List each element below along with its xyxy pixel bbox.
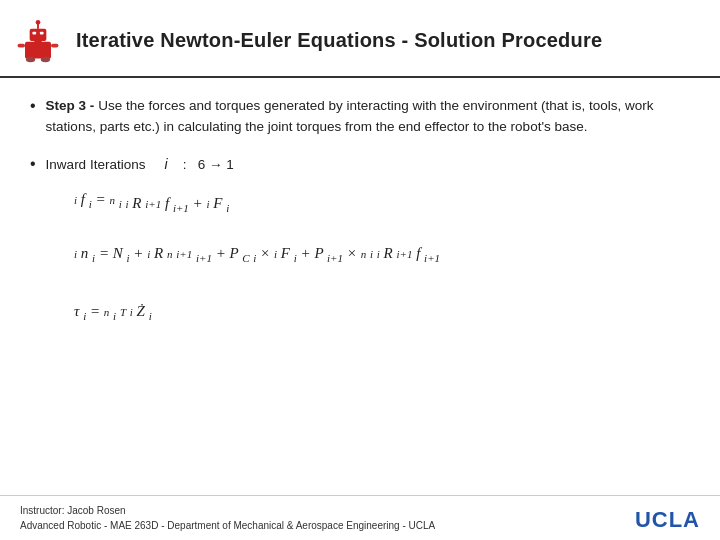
content-area: • Step 3 - Use the forces and torques ge… — [0, 78, 720, 495]
svg-rect-0 — [25, 42, 51, 59]
bullet-2-text: Inward Iterations i : 6 → 1 — [46, 154, 234, 176]
svg-rect-2 — [34, 40, 41, 44]
formula-1-svg: i f i = n i i R i+1 f — [74, 184, 394, 220]
svg-rect-1 — [30, 29, 47, 41]
math-range: 6 → 1 — [198, 157, 234, 172]
bullet-2-dot: • — [30, 155, 36, 173]
svg-rect-9 — [18, 44, 25, 48]
svg-rect-4 — [40, 32, 44, 35]
svg-text:i
            n
            i
: i n i = N i + i R n i+1 i+1 + — [74, 245, 440, 265]
footer: Instructor: Jacob Rosen Advanced Robotic… — [0, 495, 720, 540]
bullet-1-dot: • — [30, 97, 36, 115]
step3-label: Step 3 - — [46, 98, 95, 113]
svg-rect-10 — [51, 44, 58, 48]
slide-title: Iterative Newton-Euler Equations - Solut… — [76, 29, 602, 52]
formula-3: τ i = n i T i Ż i — [74, 292, 690, 334]
formula-1: i f i = n i i R i+1 f — [74, 184, 690, 220]
bullet-2-section: • Inward Iterations i : 6 → 1 — [30, 154, 690, 176]
svg-text:i
            f
            i
: i f i = n i i R i+1 f — [74, 191, 229, 215]
formula-2: i n i = N i + i R n i+1 i+1 + — [74, 238, 690, 274]
inward-iterations-label: Inward Iterations — [46, 157, 146, 172]
svg-point-8 — [41, 57, 50, 63]
robot-icon — [14, 14, 62, 66]
bullet-1-text: Step 3 - Use the forces and torques gene… — [46, 96, 690, 138]
svg-text:τ
            i
             =: τ i = n i T i Ż i — [74, 303, 152, 323]
header: Iterative Newton-Euler Equations - Solut… — [0, 0, 720, 78]
formula-3-svg: τ i = n i T i Ż i — [74, 292, 274, 334]
bullet-1-section: • Step 3 - Use the forces and torques ge… — [30, 96, 690, 138]
formula-2-svg: i n i = N i + i R n i+1 i+1 + — [74, 238, 534, 274]
footer-left: Instructor: Jacob Rosen Advanced Robotic… — [20, 503, 435, 533]
math-i-var: i — [164, 156, 167, 172]
svg-point-6 — [36, 20, 41, 25]
svg-point-7 — [26, 57, 35, 63]
footer-instructor: Instructor: Jacob Rosen — [20, 503, 435, 518]
footer-course: Advanced Robotic - MAE 263D - Department… — [20, 518, 435, 533]
slide: Iterative Newton-Euler Equations - Solut… — [0, 0, 720, 540]
svg-rect-3 — [32, 32, 36, 35]
footer-logo: UCLA — [635, 507, 700, 533]
formula-container: i f i = n i i R i+1 f — [74, 184, 690, 342]
